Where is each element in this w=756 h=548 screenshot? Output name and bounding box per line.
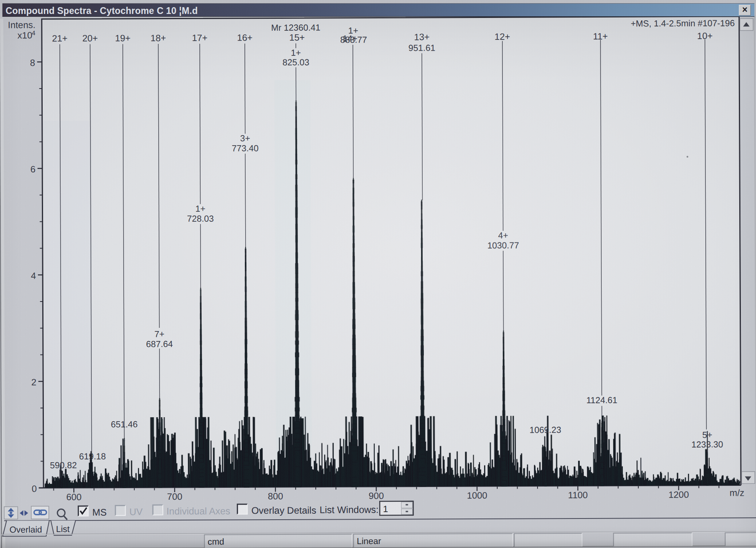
svg-text:900: 900 — [368, 491, 384, 501]
svg-text:1124.61: 1124.61 — [586, 395, 617, 405]
svg-text:1+: 1+ — [195, 204, 205, 214]
svg-text:4: 4 — [31, 270, 36, 281]
svg-text:1000: 1000 — [467, 490, 487, 501]
svg-text:Overlaid: Overlaid — [10, 524, 42, 534]
svg-text:1+: 1+ — [291, 48, 301, 58]
svg-text:Linear: Linear — [357, 536, 381, 546]
svg-text:7+: 7+ — [154, 329, 164, 339]
svg-text:x10: x10 — [18, 30, 32, 40]
svg-text:4: 4 — [32, 30, 35, 36]
svg-text:18+: 18+ — [150, 33, 166, 43]
svg-text:6: 6 — [30, 164, 35, 174]
svg-text:1200: 1200 — [668, 489, 689, 500]
svg-text:20+: 20+ — [82, 33, 98, 43]
svg-text:728.03: 728.03 — [187, 214, 214, 224]
svg-text:1: 1 — [383, 504, 388, 514]
svg-text:10+: 10+ — [697, 31, 713, 41]
svg-text:13+: 13+ — [414, 32, 429, 42]
svg-text:687.64: 687.64 — [146, 339, 173, 349]
svg-text:m/z: m/z — [730, 487, 744, 498]
svg-text:600: 600 — [66, 492, 81, 502]
svg-text:5+: 5+ — [702, 430, 712, 440]
svg-text:UV: UV — [129, 506, 142, 517]
svg-text:15+: 15+ — [289, 32, 305, 43]
svg-text:List Windows:: List Windows: — [319, 504, 378, 515]
svg-text:883.77: 883.77 — [340, 35, 367, 45]
svg-text:4+: 4+ — [498, 231, 508, 240]
svg-text:1100: 1100 — [568, 490, 588, 500]
svg-text:1069.23: 1069.23 — [530, 425, 561, 435]
svg-text:825.03: 825.03 — [282, 57, 309, 67]
svg-text:0: 0 — [32, 483, 37, 494]
svg-text:Overlay Details: Overlay Details — [251, 505, 316, 516]
svg-text:8: 8 — [30, 57, 35, 68]
svg-text:12+: 12+ — [494, 32, 510, 42]
svg-text:+MS, 1.4-2.5min #107-196: +MS, 1.4-2.5min #107-196 — [631, 18, 735, 29]
svg-text:11+: 11+ — [593, 31, 608, 41]
svg-text:3+: 3+ — [240, 133, 250, 143]
svg-text:MS: MS — [92, 507, 106, 518]
svg-text:16+: 16+ — [237, 32, 252, 43]
svg-text:17+: 17+ — [192, 33, 207, 43]
svg-text:590.82: 590.82 — [50, 460, 77, 470]
svg-text:1030.77: 1030.77 — [487, 240, 519, 250]
svg-text:Mr 12360.41: Mr 12360.41 — [271, 23, 321, 33]
svg-text:2: 2 — [31, 377, 36, 387]
svg-text:951.61: 951.61 — [408, 43, 435, 53]
svg-text:700: 700 — [167, 491, 182, 502]
svg-text:Intens.: Intens. — [8, 20, 35, 30]
svg-text:19+: 19+ — [115, 33, 130, 43]
svg-text:cmd: cmd — [208, 536, 224, 546]
svg-text:List: List — [56, 524, 69, 534]
svg-text:1233.30: 1233.30 — [691, 440, 723, 449]
svg-text:800: 800 — [268, 491, 283, 501]
svg-text:21+: 21+ — [52, 33, 67, 43]
svg-text:651.46: 651.46 — [111, 419, 138, 429]
svg-text:773.40: 773.40 — [232, 143, 258, 153]
svg-text:619.18: 619.18 — [79, 451, 106, 461]
svg-text:Individual Axes: Individual Axes — [166, 505, 230, 516]
